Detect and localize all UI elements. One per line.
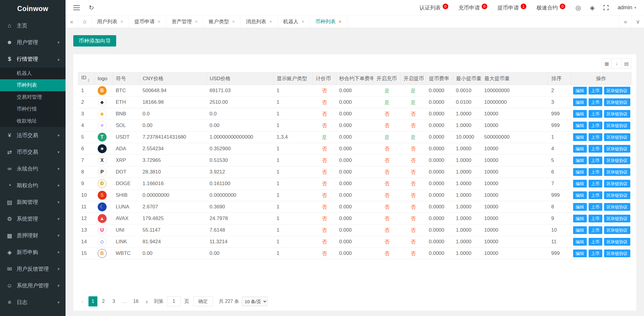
list-coin-button[interactable]: 上币 bbox=[589, 191, 602, 199]
sidebar-item-spot-trade[interactable]: ⇄币币交易▾ bbox=[0, 144, 66, 160]
sidebar-item-user-mgmt[interactable]: ☻用户管理▾ bbox=[0, 34, 66, 51]
sidebar-item-feedback[interactable]: ✉用户反馈管理▾ bbox=[0, 261, 66, 277]
scroll-tabs-left-icon[interactable]: « bbox=[66, 16, 78, 28]
tab-user-list[interactable]: 用户列表× bbox=[92, 16, 129, 28]
sidebar-item-logs[interactable]: ≡日志▾ bbox=[0, 294, 66, 311]
edit-button[interactable]: 编辑 bbox=[573, 191, 587, 199]
blockchain-protocol-button[interactable]: 区块链协议 bbox=[604, 122, 630, 129]
blockchain-protocol-button[interactable]: 区块链协议 bbox=[604, 203, 630, 211]
collapse-sidebar-icon[interactable] bbox=[73, 5, 80, 10]
tab-home[interactable]: ⌂ bbox=[78, 16, 92, 28]
sidebar-item-news-mgmt[interactable]: ▤新闻管理▾ bbox=[0, 194, 66, 210]
refresh-icon[interactable]: ↻ bbox=[89, 4, 94, 11]
blockchain-protocol-button[interactable]: 区块链协议 bbox=[604, 110, 630, 118]
sidebar-subitem-robot[interactable]: 机器人 bbox=[0, 67, 66, 79]
sort-icons[interactable]: ▴▾ bbox=[88, 78, 89, 82]
list-coin-button[interactable]: 上币 bbox=[589, 110, 602, 118]
list-coin-button[interactable]: 上币 bbox=[589, 87, 602, 95]
blockchain-protocol-button[interactable]: 区块链协议 bbox=[604, 87, 630, 95]
blockchain-protocol-button[interactable]: 区块链协议 bbox=[604, 250, 630, 257]
close-tab-icon[interactable]: × bbox=[301, 19, 304, 24]
close-tab-icon[interactable]: × bbox=[232, 19, 235, 24]
blockchain-protocol-button[interactable]: 区块链协议 bbox=[604, 145, 630, 153]
sidebar-item-sys-users[interactable]: ☺系统用户管理▾ bbox=[0, 277, 66, 294]
edit-button[interactable]: 编辑 bbox=[573, 87, 587, 95]
blockchain-protocol-button[interactable]: 区块链协议 bbox=[604, 98, 630, 106]
theme-icon[interactable]: ◎ bbox=[575, 4, 581, 11]
column-header-0[interactable]: ID▴▾ bbox=[78, 72, 95, 85]
edit-button[interactable]: 编辑 bbox=[573, 180, 587, 188]
blockchain-protocol-button[interactable]: 区块链协议 bbox=[604, 215, 630, 222]
list-coin-button[interactable]: 上币 bbox=[589, 226, 602, 234]
edit-button[interactable]: 编辑 bbox=[573, 133, 587, 141]
blockchain-protocol-button[interactable]: 区块链协议 bbox=[604, 157, 630, 164]
scroll-tabs-right-icon[interactable]: » bbox=[619, 16, 631, 28]
add-coin-wizard-button[interactable]: 币种添加向导 bbox=[73, 35, 116, 47]
print-icon[interactable]: ▤ bbox=[621, 58, 631, 69]
notice-deposit-request[interactable]: 充币申请0 bbox=[458, 4, 487, 11]
edit-button[interactable]: 编辑 bbox=[573, 238, 587, 246]
sidebar-subitem-payment-address[interactable]: 收款地址 bbox=[0, 115, 66, 127]
edit-button[interactable]: 编辑 bbox=[573, 250, 587, 257]
edit-button[interactable]: 编辑 bbox=[573, 203, 587, 211]
edit-button[interactable]: 编辑 bbox=[573, 98, 587, 106]
tab-coin-list[interactable]: 币种列表× bbox=[310, 16, 347, 28]
list-coin-button[interactable]: 上币 bbox=[589, 250, 602, 257]
edit-button[interactable]: 编辑 bbox=[573, 168, 587, 176]
export-icon[interactable]: ↓ bbox=[612, 58, 622, 69]
sidebar-subitem-coin-market[interactable]: 币种行情 bbox=[0, 103, 66, 115]
list-coin-button[interactable]: 上币 bbox=[589, 145, 602, 153]
notice-auth-list[interactable]: 认证列表0 bbox=[419, 4, 448, 11]
page-number-16[interactable]: 16 bbox=[131, 296, 141, 306]
sidebar-item-fiat-trade[interactable]: ¥法币交易▾ bbox=[0, 127, 66, 144]
sidebar-item-system-mgmt[interactable]: ⚙系统管理▾ bbox=[0, 210, 66, 227]
edit-button[interactable]: 编辑 bbox=[573, 157, 587, 164]
sidebar-subitem-coin-list[interactable]: 币种列表 bbox=[0, 79, 66, 91]
list-coin-button[interactable]: 上币 bbox=[589, 122, 602, 129]
prev-page-icon[interactable]: ‹ bbox=[78, 296, 87, 306]
user-menu[interactable]: admin ▾ bbox=[617, 4, 636, 11]
sidebar-item-home[interactable]: ⌂主页 bbox=[0, 17, 66, 34]
page-number-1[interactable]: 1 bbox=[88, 296, 97, 306]
page-size-select[interactable]: 10 条/页 bbox=[242, 297, 267, 306]
list-coin-button[interactable]: 上币 bbox=[589, 168, 602, 176]
edit-button[interactable]: 编辑 bbox=[573, 110, 587, 118]
goto-page-input[interactable] bbox=[167, 296, 181, 306]
tab-robot[interactable]: 机器人× bbox=[278, 16, 310, 28]
list-coin-button[interactable]: 上币 bbox=[589, 133, 602, 141]
next-page-icon[interactable]: › bbox=[142, 296, 151, 306]
page-number-2[interactable]: 2 bbox=[99, 296, 108, 306]
list-coin-button[interactable]: 上币 bbox=[589, 203, 602, 211]
edit-button[interactable]: 编辑 bbox=[573, 226, 587, 234]
fullscreen-icon[interactable] bbox=[603, 5, 609, 10]
blockchain-protocol-button[interactable]: 区块链协议 bbox=[604, 191, 630, 199]
notice-withdraw-request[interactable]: 提币申请1 bbox=[497, 4, 526, 11]
blockchain-protocol-button[interactable]: 区块链协议 bbox=[604, 238, 630, 246]
list-coin-button[interactable]: 上币 bbox=[589, 180, 602, 188]
blockchain-protocol-button[interactable]: 区块链协议 bbox=[604, 180, 630, 188]
list-coin-button[interactable]: 上币 bbox=[589, 98, 602, 106]
edit-button[interactable]: 编辑 bbox=[573, 215, 587, 222]
close-tab-icon[interactable]: × bbox=[339, 19, 342, 24]
sidebar-item-perpetual[interactable]: ∞永续合约▾ bbox=[0, 160, 66, 177]
tab-asset-mgmt[interactable]: 资产管理× bbox=[166, 16, 203, 28]
close-tab-icon[interactable]: × bbox=[120, 19, 123, 24]
sidebar-item-options[interactable]: ◔期权合约▾ bbox=[0, 177, 66, 194]
tab-menu-icon[interactable]: ∨ bbox=[631, 16, 644, 28]
sidebar-subitem-trading-pair-mgmt[interactable]: 交易对管理 bbox=[0, 91, 66, 103]
close-tab-icon[interactable]: × bbox=[269, 19, 272, 24]
close-tab-icon[interactable]: × bbox=[195, 19, 198, 24]
list-coin-button[interactable]: 上币 bbox=[589, 238, 602, 246]
list-coin-button[interactable]: 上币 bbox=[589, 157, 602, 164]
sidebar-item-new-coin[interactable]: ◈新币申购▾ bbox=[0, 244, 66, 261]
sidebar-item-staking[interactable]: ▦质押理财▾ bbox=[0, 227, 66, 244]
tab-message-list[interactable]: 消息列表× bbox=[241, 16, 278, 28]
filter-columns-icon[interactable]: ▦ bbox=[602, 58, 612, 69]
edit-button[interactable]: 编辑 bbox=[573, 122, 587, 129]
tab-account-type[interactable]: 账户类型× bbox=[203, 16, 241, 28]
sidebar-item-market-mgmt[interactable]: $行情管理▴ bbox=[0, 51, 66, 67]
tab-withdraw-request[interactable]: 提币申请× bbox=[129, 16, 166, 28]
blockchain-protocol-button[interactable]: 区块链协议 bbox=[604, 168, 630, 176]
confirm-page-button[interactable]: 确定 bbox=[193, 296, 213, 306]
blockchain-protocol-button[interactable]: 区块链协议 bbox=[604, 133, 630, 141]
